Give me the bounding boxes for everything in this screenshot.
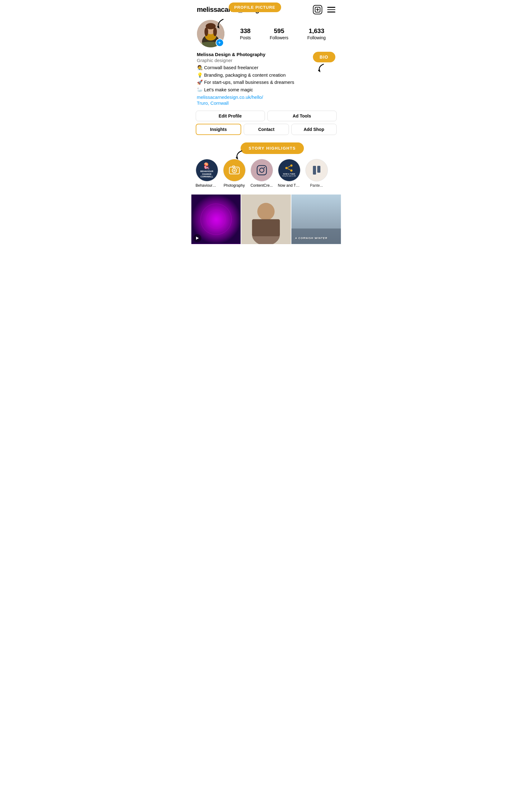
stats-row: 338 Posts 595 Followers 1,633 Following <box>231 27 335 40</box>
buttons-row-1: Edit Profile Ad Tools <box>196 111 337 121</box>
profile-section: PROFILE PICTURE <box>191 17 341 48</box>
bio-line-2: 💡 Branding, packaging & content creation <box>197 72 335 79</box>
followers-stat[interactable]: 595 Followers <box>270 27 288 40</box>
post-text: A CORNISH WINTER <box>294 235 329 242</box>
behaviour-inner: 🪼 BEHAVIOURCHANGECORNWALL <box>198 160 215 180</box>
svg-point-16 <box>233 170 235 172</box>
highlight-label: Now and Th... <box>278 183 301 188</box>
play-icon <box>195 236 200 240</box>
highlight-circle-content <box>251 159 273 182</box>
following-count: 1,633 <box>309 27 324 35</box>
contact-button[interactable]: Contact <box>244 124 289 135</box>
svg-point-9 <box>205 27 208 36</box>
svg-marker-3 <box>217 25 220 29</box>
palette-icon <box>311 165 322 176</box>
story-highlights-annotation: STORY HIGHLIGHTS <box>241 142 304 154</box>
avatar-wrap: PROFILE PICTURE <box>197 20 224 48</box>
highlights-section: STORY HIGHLIGHTS 🪼 BEHAVIOURCHANGECORNWA… <box>191 135 341 191</box>
highlights-title-wrap: STORY HIGHLIGHTS <box>191 142 341 154</box>
post-thumbnail <box>241 194 291 244</box>
post-thumbnail: A CORNISH WINTER <box>291 194 341 244</box>
buttons-row-2: Insights Contact Add Shop <box>196 124 337 135</box>
bio-location: Truro, Cornwall <box>197 100 335 106</box>
post-item[interactable] <box>241 194 291 244</box>
svg-point-20 <box>260 168 264 172</box>
buttons-section: Edit Profile Ad Tools Insights Contact A… <box>191 106 341 135</box>
highlight-item[interactable]: Photography <box>223 159 246 188</box>
highlight-item[interactable]: Pante... <box>305 159 328 188</box>
svg-point-22 <box>290 165 293 167</box>
following-label: Following <box>307 35 326 40</box>
bio-annotation: BIO <box>313 52 335 62</box>
bio-line-3: 🚀 For start-ups, small businesses & drea… <box>197 79 335 86</box>
svg-rect-17 <box>232 166 235 167</box>
ad-tools-button[interactable]: Ad Tools <box>267 111 337 121</box>
menu-line <box>327 12 335 13</box>
svg-marker-13 <box>235 156 238 159</box>
post-item[interactable] <box>191 194 241 244</box>
highlights-scroll: 🪼 BEHAVIOURCHANGECORNWALL BehaviourC... … <box>191 159 341 188</box>
add-story-button[interactable]: + <box>216 39 224 47</box>
highlight-item[interactable]: ContentCre... <box>251 159 273 188</box>
svg-point-21 <box>264 167 265 168</box>
bio-section: Melissa Design & Photography Graphic des… <box>191 48 341 106</box>
instagram-icon <box>256 165 267 175</box>
followers-count: 595 <box>274 27 284 35</box>
highlight-label: Pante... <box>310 183 323 188</box>
bio-link[interactable]: melissacarnedesign.co.uk/hello/ <box>197 94 335 100</box>
nowandthen-inner: NOW & THENbring the past to life <box>281 162 298 178</box>
share-node-icon <box>285 164 293 172</box>
svg-marker-12 <box>318 69 320 72</box>
posts-label: Posts <box>240 35 251 40</box>
add-shop-button[interactable]: Add Shop <box>291 124 337 135</box>
svg-rect-19 <box>257 166 266 175</box>
svg-line-25 <box>288 166 290 168</box>
highlight-label: BehaviourC... <box>196 183 218 188</box>
behaviour-text: BEHAVIOURCHANGECORNWALL <box>201 170 213 178</box>
svg-rect-28 <box>317 166 320 173</box>
insights-button[interactable]: Insights <box>196 124 242 135</box>
posts-count: 338 <box>240 27 251 35</box>
highlight-item[interactable]: NOW & THENbring the past to life Now and… <box>278 159 301 188</box>
bio-line-4: 🦢 Let's make some magic <box>197 86 335 94</box>
profile-picture-annotation: PROFILE PICTURE <box>229 2 281 12</box>
highlight-circle-behaviour: 🪼 BEHAVIOURCHANGECORNWALL <box>196 159 218 182</box>
highlight-circle-nowandthen: NOW & THENbring the past to life <box>278 159 301 182</box>
posts-stat[interactable]: 338 Posts <box>240 27 251 40</box>
nowandthen-text: NOW & THENbring the past to life <box>282 173 296 177</box>
svg-line-26 <box>288 169 290 170</box>
highlight-label: ContentCre... <box>251 183 273 188</box>
svg-point-24 <box>290 170 293 172</box>
reels-icon <box>193 234 201 242</box>
bio-line-1: 🧑‍🎨 Cornwall based freelancer <box>197 64 335 71</box>
svg-rect-36 <box>252 219 280 236</box>
camera-icon <box>229 165 240 176</box>
highlight-label: Photography <box>224 183 245 188</box>
highlight-item[interactable]: 🪼 BEHAVIOURCHANGECORNWALL BehaviourC... <box>196 159 218 188</box>
hamburger-menu-icon[interactable] <box>327 7 335 13</box>
posts-grid: A CORNISH WINTER <box>191 194 341 244</box>
add-post-icon[interactable] <box>313 5 322 14</box>
menu-line <box>327 10 335 10</box>
profile-top: PROFILE PICTURE <box>197 20 335 48</box>
highlight-circle-pant <box>305 159 328 182</box>
highlight-circle-photography <box>223 159 246 182</box>
following-stat[interactable]: 1,633 Following <box>307 27 326 40</box>
svg-marker-32 <box>196 236 199 240</box>
svg-point-34 <box>258 203 275 221</box>
followers-label: Followers <box>270 35 288 40</box>
svg-point-18 <box>237 168 238 169</box>
svg-rect-27 <box>313 166 316 174</box>
svg-point-23 <box>285 167 288 169</box>
edit-profile-button[interactable]: Edit Profile <box>196 111 265 121</box>
post-item[interactable]: A CORNISH WINTER <box>291 194 341 244</box>
header-icons <box>313 5 335 14</box>
menu-line <box>327 7 335 8</box>
